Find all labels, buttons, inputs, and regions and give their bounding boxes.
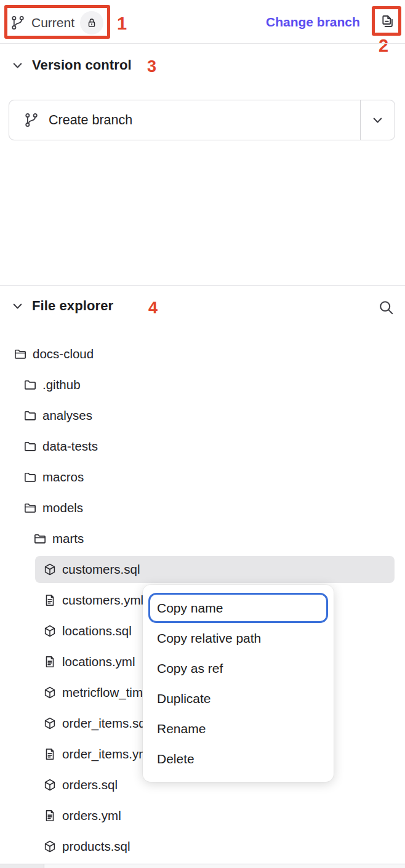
tree-item-data-tests[interactable]: data-tests: [0, 431, 405, 462]
file-explorer-title: File explorer: [32, 298, 113, 314]
tree-item-label: .github: [42, 377, 81, 392]
folder-icon: [23, 470, 37, 484]
tree-item-models[interactable]: models: [0, 492, 405, 523]
tree-item-label: marts: [52, 531, 84, 546]
context-menu-item-delete[interactable]: Delete: [143, 744, 334, 774]
tree-item-docs-cloud[interactable]: docs-cloud: [0, 339, 405, 369]
model-cube-icon: [43, 624, 57, 638]
model-cube-icon: [43, 686, 57, 699]
folder-icon: [23, 378, 37, 392]
change-branch-link[interactable]: Change branch: [266, 15, 360, 30]
tree-item-macros[interactable]: macros: [0, 462, 405, 492]
tree-item-products.sql[interactable]: products.sql: [0, 831, 405, 862]
folder-icon: [23, 440, 37, 453]
context-menu-item-copy-as-ref[interactable]: Copy as ref: [143, 653, 334, 683]
annotation-number-1: 1: [117, 15, 127, 33]
chevron-down-icon[interactable]: [11, 300, 24, 313]
version-control-title: Version control: [32, 57, 132, 73]
document-icon: [43, 593, 57, 607]
folder-open-icon: [33, 532, 47, 545]
tree-item-label: models: [42, 500, 83, 515]
bottom-panel-corner: [0, 864, 44, 868]
tree-item-customers.sql[interactable]: customers.sql: [0, 554, 405, 585]
create-branch-main[interactable]: Create branch: [9, 100, 360, 140]
annotation-number-2: 2: [379, 37, 388, 55]
tree-item-.github[interactable]: .github: [0, 369, 405, 400]
model-cube-icon: [43, 563, 57, 576]
bottom-panel-edge: [0, 864, 405, 868]
tree-item-label: docs-cloud: [33, 347, 94, 361]
document-icon: [43, 747, 57, 761]
current-branch-label: Current: [31, 15, 74, 30]
tree-item-label: locations.sql: [62, 624, 132, 638]
tree-item-label: locations.yml: [62, 654, 135, 669]
annotation-number-4: 4: [148, 300, 158, 316]
create-branch-label: Create branch: [49, 113, 132, 128]
chevron-down-icon: [371, 114, 384, 127]
tree-item-label: orders.yml: [62, 808, 121, 823]
lock-icon: [86, 17, 97, 28]
tree-item-label: order_items.sql: [62, 716, 148, 731]
git-branch-icon: [23, 112, 39, 128]
tree-item-label: orders.sql: [62, 778, 118, 792]
context-menu-item-duplicate[interactable]: Duplicate: [143, 683, 334, 713]
file-search-button[interactable]: [376, 297, 396, 317]
tree-item-label: customers.sql: [62, 562, 140, 577]
tree-item-label: analyses: [42, 408, 92, 423]
create-branch-button[interactable]: Create branch: [9, 100, 395, 140]
annotation-number-3: 3: [147, 58, 156, 75]
tree-item-orders.yml[interactable]: orders.yml: [0, 800, 405, 831]
tree-item-label: macros: [42, 470, 84, 484]
chevron-down-icon[interactable]: [11, 59, 24, 72]
context-menu-item-rename[interactable]: Rename: [143, 713, 334, 744]
tree-item-marts[interactable]: marts: [0, 523, 405, 554]
top-divider: [0, 43, 405, 44]
context-menu-item-copy-relative-path[interactable]: Copy relative path: [143, 623, 334, 653]
lock-badge: [80, 11, 103, 34]
tree-item-label: order_items.yml: [62, 747, 152, 762]
document-icon: [43, 809, 57, 822]
model-cube-icon: [43, 778, 57, 792]
model-cube-icon: [43, 717, 57, 730]
create-branch-dropdown[interactable]: [360, 100, 395, 140]
tree-item-label: data-tests: [42, 439, 98, 454]
copy-branch-name-button[interactable]: [375, 9, 398, 33]
tree-item-label: products.sql: [62, 839, 130, 854]
folder-open-icon: [14, 347, 27, 361]
folder-icon: [23, 409, 37, 422]
copy-icon: [379, 13, 395, 30]
git-branch-icon: [10, 15, 26, 31]
current-branch-group[interactable]: Current: [10, 9, 103, 37]
search-icon: [377, 299, 395, 316]
tree-item-analyses[interactable]: analyses: [0, 400, 405, 431]
tree-item-label: customers.yml: [62, 593, 143, 608]
model-cube-icon: [43, 840, 57, 853]
section-divider: [0, 285, 405, 286]
file-context-menu: Copy nameCopy relative pathCopy as refDu…: [143, 585, 334, 782]
ide-sidebar: Current Change branch 1 2 3 4 Version co…: [0, 0, 405, 868]
folder-open-icon: [23, 501, 37, 515]
document-icon: [43, 655, 57, 669]
context-menu-item-copy-name[interactable]: Copy name: [148, 593, 328, 623]
